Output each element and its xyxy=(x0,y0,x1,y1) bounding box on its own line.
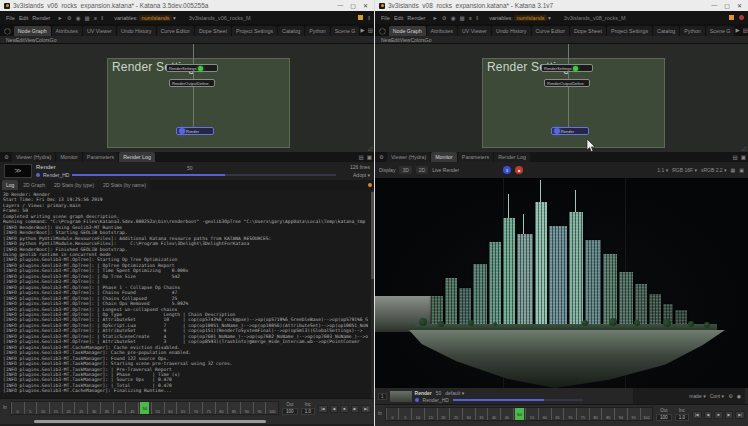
out-value[interactable]: 100 xyxy=(282,408,298,415)
renderoutputdefine-node[interactable]: RenderOutputDefine xyxy=(544,79,590,87)
pane-tab[interactable]: Parameters xyxy=(83,152,118,162)
gear-icon[interactable]: ⚙ xyxy=(2,154,11,160)
transport-button[interactable]: ■ xyxy=(340,405,348,413)
view-flag-icon[interactable] xyxy=(198,66,203,71)
timeline-playhead[interactable]: 50 xyxy=(140,402,149,414)
pane-tab[interactable]: Viewer (Hydra) xyxy=(12,152,55,162)
view-flag-icon[interactable] xyxy=(573,66,578,71)
transport-button[interactable]: |◀ xyxy=(318,405,328,413)
catalog-index[interactable]: 1 xyxy=(378,393,387,400)
nodegraph-menu-item[interactable]: Colors xyxy=(35,37,49,43)
timeline-ruler[interactable]: 0510152025303540455055606570758085909510… xyxy=(385,407,653,421)
toolbar-icon[interactable]: ► xyxy=(57,15,62,21)
cont-dropdown[interactable]: Cont ▾ xyxy=(710,393,724,399)
log-tab[interactable]: 2D Stats (by name) xyxy=(99,180,150,190)
menu-item[interactable]: Render xyxy=(405,14,427,22)
toolbar-icon[interactable]: ▦ xyxy=(460,15,465,21)
maximize-button[interactable]: ▢ xyxy=(350,2,356,9)
toolbar-icon[interactable]: ◉ xyxy=(76,15,81,21)
menu-item[interactable]: Render xyxy=(30,14,52,22)
minimize-button[interactable]: — xyxy=(337,2,343,9)
colorspace-dropdown[interactable]: sRGB 2.2 ▾ xyxy=(701,167,727,173)
toolbar-icon[interactable]: ≡ xyxy=(469,15,472,21)
main-tab[interactable]: Scene G xyxy=(331,26,360,36)
render-log-console[interactable]: 3D Render: RenderStart Time: Fri Dec 13 … xyxy=(0,190,374,398)
main-tab[interactable]: Catalog xyxy=(278,26,304,36)
split-pane-icon[interactable]: ▤ xyxy=(368,27,373,33)
split-pane-icon[interactable]: ▤ xyxy=(733,154,738,160)
render-item-label[interactable]: Render_HD xyxy=(43,172,69,178)
nodegraph-canvas[interactable]: Render Settings RenderSettings RenderOut… xyxy=(0,44,374,152)
pane-menu-icon[interactable]: ◯ xyxy=(377,27,388,34)
render-node[interactable]: Render xyxy=(551,127,589,135)
adopt-dropdown[interactable]: Adopt ▾ xyxy=(350,172,370,178)
transport-button[interactable]: ■ xyxy=(714,411,722,419)
render-thumbnail[interactable]: ≫ xyxy=(4,164,32,178)
pane-menu-icon[interactable]: ◯ xyxy=(2,27,13,34)
gear-icon[interactable]: ⚙ xyxy=(728,393,732,399)
channels-dropdown[interactable]: RGB 16F ▾ xyxy=(672,167,697,173)
main-tab[interactable]: Undo History xyxy=(492,26,531,36)
log-tab[interactable]: 2D Graph xyxy=(19,180,49,190)
menu-item[interactable]: Edit xyxy=(17,14,30,22)
main-tab[interactable]: Node Graph xyxy=(389,26,426,36)
canvas-resize-icon[interactable]: ◿ xyxy=(367,144,372,151)
nodegraph-canvas[interactable]: Render Settings RenderSettings RenderOut… xyxy=(375,44,748,152)
variables-widget[interactable]: variables: numIslands ▾ xyxy=(114,15,176,21)
pane-tab[interactable]: Monitor xyxy=(56,152,82,162)
live-render-label[interactable]: Live Render xyxy=(432,167,459,173)
toolbar-icon[interactable]: ⚙ xyxy=(67,15,72,21)
expand-icon[interactable]: ▣ xyxy=(739,167,744,173)
pane-tab[interactable]: Monitor xyxy=(431,152,457,162)
toolbar-icon[interactable]: ‖ xyxy=(476,15,478,21)
close-button[interactable]: ✕ xyxy=(737,2,742,9)
variables-value[interactable]: numIslands xyxy=(139,15,171,21)
stop-render-button[interactable]: ■ xyxy=(515,166,523,174)
main-tab[interactable]: Attributes xyxy=(52,26,82,36)
render-item-label[interactable]: Render_HD xyxy=(423,397,449,403)
canvas-resize-icon[interactable]: ◿ xyxy=(741,144,746,151)
toolbar-icon[interactable]: ‖ xyxy=(101,15,103,21)
nodegraph-menu-item[interactable]: View xyxy=(25,37,36,43)
maximize-button[interactable]: ▢ xyxy=(724,2,730,9)
variables-value[interactable]: numIslands xyxy=(514,15,546,21)
pane-tab[interactable]: Render Log xyxy=(494,152,530,162)
pane-tab[interactable]: Viewer (Hydra) xyxy=(387,152,430,162)
main-tab[interactable]: Curve Editor xyxy=(157,26,194,36)
view-2d-button[interactable]: 2D xyxy=(416,166,428,174)
minimize-button[interactable]: — xyxy=(711,2,717,9)
nodegraph-menu-item[interactable]: Edit xyxy=(391,37,400,43)
out-value[interactable]: 100 xyxy=(656,414,672,421)
toolbar-icon[interactable]: ◉ xyxy=(451,15,456,21)
timeline-range-slider[interactable] xyxy=(34,420,266,423)
transport-button[interactable]: ▶| xyxy=(735,411,745,419)
toolbar-icon[interactable]: ► xyxy=(432,15,437,21)
split-pane-icon[interactable]: ▤ xyxy=(743,27,748,33)
toolbar-icon[interactable]: ⚙ xyxy=(442,15,447,21)
nodegraph-menu-item[interactable]: Go xyxy=(50,37,57,43)
nodegraph-menu-item[interactable]: Edit xyxy=(16,37,25,43)
slot-dropdown[interactable]: default ▾ xyxy=(445,390,464,396)
view-3d-button[interactable]: 3D xyxy=(399,166,411,174)
compare-icon[interactable]: ▦ xyxy=(731,167,736,173)
nodegraph-menu-item[interactable]: Go xyxy=(425,37,432,43)
display-dropdown[interactable]: Display xyxy=(379,167,395,173)
pane-tab[interactable]: Render Log xyxy=(119,152,155,162)
main-tab[interactable]: UV Viewer xyxy=(83,26,116,36)
camera-icon[interactable]: ◉ xyxy=(737,393,741,399)
menu-item[interactable]: File xyxy=(4,14,17,22)
main-tab[interactable]: Scene G xyxy=(706,26,735,36)
transport-button[interactable]: ◀ xyxy=(330,405,339,413)
main-tab[interactable]: Dope Sheet xyxy=(195,26,231,36)
rendersettings-node[interactable]: RenderSettings xyxy=(166,64,218,72)
main-tab[interactable]: UV Viewer xyxy=(458,26,491,36)
tab-overflow-icon[interactable]: ▶ xyxy=(360,27,364,33)
close-button[interactable]: ✕ xyxy=(363,2,368,9)
render-node[interactable]: Render xyxy=(176,127,214,135)
transport-button[interactable]: ◀ xyxy=(704,411,713,419)
transport-button[interactable]: ▶| xyxy=(361,405,371,413)
main-tab[interactable]: Undo History xyxy=(117,26,156,36)
toolbar-icon[interactable]: ▦ xyxy=(85,15,90,21)
menu-item[interactable]: File xyxy=(379,14,392,22)
nodegraph-menu-item[interactable]: New xyxy=(6,37,16,43)
